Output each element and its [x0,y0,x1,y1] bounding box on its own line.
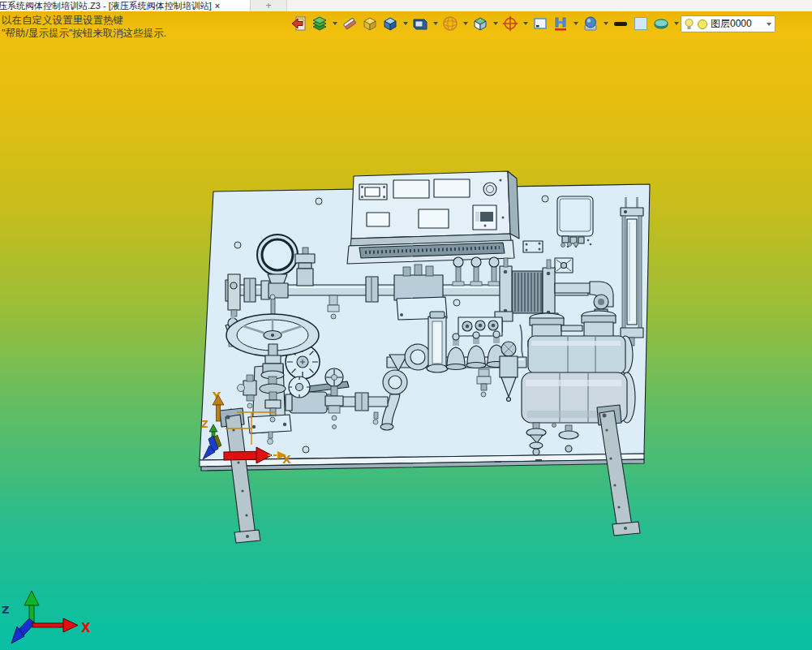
document-tab[interactable]: 压系统阀体控制培训站.Z3 - [液压系统阀体控制培训站] × [0,0,251,11]
model-plate-valve [238,375,257,408]
line-width-icon[interactable] [612,15,629,32]
plane-disc-icon[interactable] [652,15,670,32]
layers-stack-icon[interactable] [311,15,329,32]
model-small-valves-row1 [453,257,500,286]
bulb-icon [684,18,694,31]
yellow-circle-icon [697,19,708,30]
ucs-triad: Y Z X [201,390,291,466]
model-terminal-plate [458,317,502,336]
tab-close-icon[interactable]: × [215,1,220,11]
model-handwheel [226,295,319,356]
dropdown-arrow-icon[interactable] [672,15,680,32]
model-pump-feet [526,423,578,455]
ucs-z-label: Z [201,419,208,430]
model-hydraulic-training-station: Y Z X Z X [0,11,812,650]
dropdown-arrow-icon[interactable] [522,15,529,32]
eraser-icon[interactable] [341,15,359,32]
model-bell-valves [446,331,506,370]
color-swatch-icon[interactable] [632,15,650,32]
model-pressure-gauge [257,235,298,294]
shaded-cube-icon[interactable] [381,15,399,32]
model-filter-regulator [500,342,518,402]
dropdown-arrow-icon[interactable] [462,15,469,32]
combo-dropdown-icon[interactable] [767,23,771,26]
ucs-x-label: X [282,453,291,466]
tab-bar: 压系统阀体控制培训站.Z3 - [液压系统阀体控制培训站] × + [0,0,812,12]
yellow-box-icon[interactable] [361,15,379,32]
model-board [200,184,650,471]
model-regulator-dial-small [289,377,310,398]
model-legs [220,405,640,543]
dropdown-arrow-icon[interactable] [572,15,579,32]
world-z-label: Z [2,604,9,616]
model-ball-valve [286,381,349,413]
model-pipe-row2 [387,312,526,402]
model-lower-run [286,345,407,430]
model-regulator-dial-large [286,345,320,379]
display-box-icon[interactable] [411,15,429,32]
toolbar: 图层0000 [290,13,680,34]
model-rotameter-mid [427,312,448,372]
document-tab-title: 压系统阀体控制培训站.Z3 - [液压系统阀体控制培训站] [0,0,212,11]
ucs-y-label: Y [212,390,221,402]
world-triad: Z X [2,591,91,644]
layer-selector-value: 图层0000 [711,17,764,31]
viewport-3d[interactable]: 以在自定义设置里设置热键 "帮助/显示提示"按钮来取消这些提示. [0,11,812,650]
dropdown-arrow-icon[interactable] [602,15,609,32]
world-x-label: X [81,621,91,635]
model-electrical-box [523,196,593,273]
model-valve-column [325,368,343,429]
render-sphere-icon[interactable] [582,15,599,32]
dropdown-arrow-icon[interactable] [492,15,499,32]
model-left-angled-valve [226,316,247,347]
model-heat-exchanger [495,258,558,323]
layer-selector[interactable]: 图层0000 [681,15,775,32]
dropdown-arrow-icon[interactable] [331,15,338,32]
section-h-icon[interactable] [552,15,569,32]
dropdown-arrow-icon[interactable] [402,15,409,32]
move-compass-icon[interactable] [501,15,519,32]
model-bracket-column [226,274,319,445]
import-exit-icon[interactable] [290,15,308,32]
model-handwheel-stem [260,344,286,445]
viewport-icon[interactable] [531,15,549,32]
model-rotameter-right [621,197,643,346]
new-tab-button[interactable]: + [251,0,287,11]
model-control-console [347,171,519,264]
model-pipe-row1 [226,248,588,320]
hint-text: 以在自定义设置里设置热键 "帮助/显示提示"按钮来取消这些提示. [2,14,166,40]
wireframe-sphere-icon[interactable] [441,15,459,32]
model-pump-assembly [486,311,635,455]
hint-line-1: 以在自定义设置里设置热键 [2,14,166,27]
dropdown-arrow-icon[interactable] [432,15,439,32]
model-elbow [555,282,613,317]
hint-line-2: "帮助/显示提示"按钮来取消这些提示. [2,27,166,40]
cube-green-face-icon[interactable] [471,15,489,32]
